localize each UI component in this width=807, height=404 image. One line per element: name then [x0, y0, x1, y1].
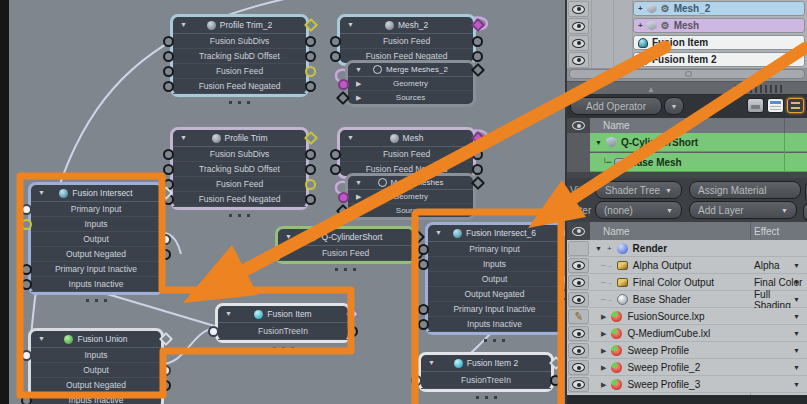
chevron-down-icon[interactable]: ▼ [793, 364, 800, 371]
chevron-down-icon[interactable]: ▼ [793, 296, 800, 303]
resize-dots[interactable] [428, 336, 561, 342]
expander[interactable]: + [607, 244, 612, 253]
view-mode-button-1[interactable] [747, 98, 764, 113]
port-row[interactable]: Output [428, 272, 561, 287]
node-merge-meshes-2[interactable]: ▼ Merge Meshes_2 ▶Geometry ▶Sources [345, 60, 476, 107]
input-socket[interactable] [330, 149, 341, 160]
port-row[interactable]: Output Negated [31, 247, 161, 262]
visibility-cell[interactable] [568, 35, 589, 51]
input-socket[interactable] [418, 259, 429, 270]
input-socket[interactable] [163, 66, 174, 77]
port-row[interactable]: Inputs Inactive [428, 317, 561, 332]
output-socket[interactable] [305, 194, 316, 205]
port-row[interactable]: Fusion SubDivs [173, 34, 306, 49]
output-socket[interactable] [305, 149, 316, 160]
input-socket[interactable] [163, 51, 174, 62]
eye-icon[interactable] [572, 39, 585, 48]
collapse-icon[interactable]: ▼ [38, 331, 45, 347]
output-socket[interactable] [305, 179, 316, 190]
chevron-down-icon[interactable]: ▼ [793, 330, 800, 337]
operator-row-q-cylindershort[interactable]: ▼ Q-CylinderShort [590, 133, 807, 152]
item-row-mesh[interactable]: + ⚙ Mesh [633, 18, 805, 33]
port-row[interactable]: Fusion SubDivs [173, 147, 306, 162]
scroll-up-icon[interactable]: ▲ [647, 85, 655, 94]
port-row[interactable]: Inputs [428, 257, 561, 272]
eye-icon[interactable] [572, 56, 585, 65]
node-mesh[interactable]: ▼ Mesh Fusion Feed Fusion Feed Negated [337, 127, 476, 179]
chevron-down-icon[interactable]: ▼ [793, 347, 800, 354]
expand-icon[interactable]: ▶ [356, 77, 361, 90]
visibility-cell[interactable] [568, 292, 589, 307]
item-row-mesh-2[interactable]: + ⚙ Mesh_2 [633, 1, 805, 16]
collapse-icon[interactable]: ▼ [347, 130, 354, 146]
input-socket[interactable] [418, 319, 429, 330]
output-socket[interactable] [472, 51, 483, 62]
panel-splitter[interactable]: ▲ [567, 81, 807, 95]
port-row[interactable]: Fusion Feed Negated [173, 79, 306, 94]
node-header[interactable]: ▼ Q-CylinderShort [278, 229, 413, 246]
view-dropdown[interactable]: Shader Tree ▼ [595, 181, 682, 199]
input-socket[interactable] [21, 279, 32, 290]
visibility-cell[interactable] [568, 343, 589, 358]
resize-dots[interactable] [278, 265, 413, 271]
port-row[interactable]: Fusion Feed [340, 147, 473, 162]
partial-button[interactable] [803, 203, 807, 221]
resize-dots[interactable] [173, 211, 306, 217]
item-row-fusion-item[interactable]: Fusion Item [633, 35, 805, 50]
resize-dots[interactable] [31, 296, 161, 302]
input-socket[interactable] [330, 36, 341, 47]
collapse-icon[interactable]: ▼ [347, 17, 354, 33]
chevron-down-icon[interactable]: ▼ [793, 279, 800, 286]
node-header[interactable]: ▼ Fusion Union [31, 331, 161, 348]
visibility-cell[interactable] [568, 326, 589, 341]
expander[interactable]: + [638, 21, 643, 30]
input-socket[interactable] [338, 79, 349, 90]
port-row[interactable]: ▶Geometry [348, 77, 473, 91]
shader-header-bar[interactable]: Name Effect [590, 222, 807, 240]
item-row-fusion-item-2[interactable]: Fusion Item 2 [633, 52, 805, 67]
port-row[interactable]: Output [31, 363, 161, 378]
node-header[interactable]: ▼ Mesh [340, 130, 473, 147]
port-row[interactable]: Primary Input Inactive [31, 262, 161, 277]
expand-icon[interactable]: ▶ [356, 190, 361, 203]
node-header[interactable]: ▼ Merge Meshes_2 [348, 63, 473, 77]
visibility-cell[interactable] [568, 1, 589, 17]
node-header[interactable]: ▼ Fusion Intersect [31, 185, 161, 202]
input-socket[interactable] [163, 149, 174, 160]
eye-icon[interactable] [572, 363, 585, 372]
shader-row-base-shader[interactable]: ╌→Base Shader Full Shading ▼ [567, 291, 807, 308]
node-header[interactable]: ▼ Fusion Item [218, 306, 348, 323]
eye-icon[interactable] [572, 5, 585, 14]
visibility-header[interactable] [567, 222, 590, 240]
collapse-icon[interactable]: ▼ [285, 229, 292, 245]
output-socket[interactable] [305, 51, 316, 62]
expand-icon[interactable]: ▶ [601, 313, 606, 321]
shader-row-sweep-profile-3[interactable]: ▶Sweep Profile_3 ▼ [567, 376, 807, 393]
expand-icon[interactable]: ▶ [601, 330, 606, 338]
input-socket[interactable] [163, 81, 174, 92]
input-socket[interactable] [21, 219, 32, 230]
expander[interactable]: + [638, 4, 643, 13]
visibility-cell[interactable] [568, 18, 589, 34]
input-socket[interactable] [21, 350, 32, 361]
output-socket[interactable] [472, 164, 483, 175]
input-socket[interactable] [21, 264, 32, 275]
port-row[interactable]: Primary Input [31, 202, 161, 217]
collapse-icon[interactable]: ▼ [428, 355, 435, 371]
effect-value[interactable]: Alpha [754, 257, 780, 274]
filter-dropdown[interactable]: (none) ▼ [595, 201, 682, 219]
eye-icon[interactable] [572, 346, 585, 355]
port-row[interactable]: Inputs [31, 217, 161, 232]
visibility-header[interactable] [567, 118, 590, 133]
node-header[interactable]: ▼ Profile Trim [173, 130, 306, 147]
collapse-icon[interactable]: ▼ [595, 245, 602, 252]
input-socket[interactable] [338, 192, 349, 203]
input-socket[interactable] [163, 36, 174, 47]
add-operator-dropdown[interactable]: ▼ [664, 97, 684, 115]
port-row[interactable]: Fusion Feed [173, 177, 306, 192]
output-socket[interactable] [160, 380, 171, 391]
collapse-icon[interactable]: ▼ [355, 63, 362, 76]
horizontal-scrollbar[interactable] [569, 69, 805, 79]
visibility-cell[interactable] [568, 275, 589, 290]
eye-icon[interactable] [572, 278, 585, 287]
